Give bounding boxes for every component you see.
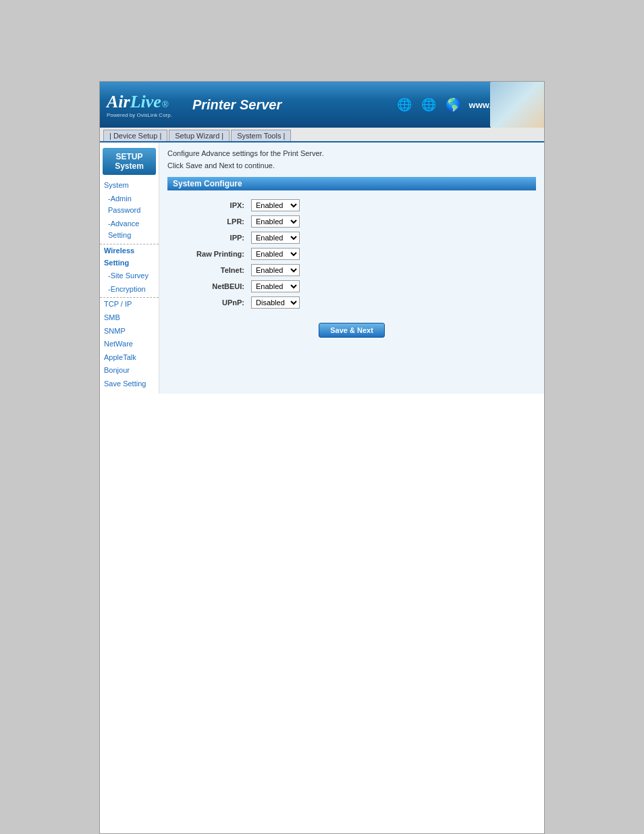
sidebar-item-netware[interactable]: NetWare <box>100 338 159 351</box>
sidebar-item-admin-password[interactable]: -Admin Password <box>100 192 159 217</box>
field-row-ipx: IPX: Enabled Disabled <box>167 197 536 213</box>
field-row-raw-printing: Raw Printing: Enabled Disabled <box>167 246 536 262</box>
page-wrapper: Air Live ® Powered by OvisLink Corp. Pri… <box>0 0 644 834</box>
value-upnp: Disabled Enabled <box>248 294 536 311</box>
sidebar-item-appletalk[interactable]: AppleTalk <box>100 351 159 365</box>
header: Air Live ® Powered by OvisLink Corp. Pri… <box>100 82 544 128</box>
header-logo: Air Live ® Powered by OvisLink Corp. <box>107 92 172 118</box>
label-netbeui: NetBEUI: <box>167 278 248 294</box>
sidebar-item-site-survey[interactable]: -Site Survey <box>100 269 159 283</box>
label-raw-printing: Raw Printing: <box>167 246 248 262</box>
logo-reg: ® <box>162 99 169 109</box>
select-ipx[interactable]: Enabled Disabled <box>251 199 300 211</box>
select-raw-printing[interactable]: Enabled Disabled <box>251 248 300 260</box>
value-ipp: Enabled Disabled <box>248 230 536 246</box>
select-telnet[interactable]: Enabled Disabled <box>251 264 300 276</box>
sidebar-item-wireless-setting[interactable]: Wireless Setting <box>100 244 159 269</box>
field-row-ipp: IPP: Enabled Disabled <box>167 230 536 246</box>
tab-setup-wizard[interactable]: Setup Wizard | <box>169 130 230 141</box>
logo-air: Air <box>107 92 130 112</box>
save-next-button[interactable]: Save & Next <box>319 323 385 338</box>
sidebar-item-bonjour[interactable]: Bonjour <box>100 364 159 377</box>
value-raw-printing: Enabled Disabled <box>248 246 536 262</box>
header-person-image <box>490 82 544 128</box>
sidebar-item-advance-setting[interactable]: -Advance Setting <box>100 217 159 244</box>
select-ipp[interactable]: Enabled Disabled <box>251 232 300 244</box>
sidebar-item-smb[interactable]: SMB <box>100 311 159 325</box>
form-table: IPX: Enabled Disabled LPR: <box>167 197 536 311</box>
value-ipx: Enabled Disabled <box>248 197 536 213</box>
field-row-upnp: UPnP: Disabled Enabled <box>167 294 536 311</box>
content-area: Configure Advance settings for the Print… <box>159 142 544 394</box>
sidebar-item-system[interactable]: System <box>100 179 159 192</box>
sidebar-item-encryption[interactable]: -Encryption <box>100 283 159 298</box>
button-row: Save & Next <box>167 316 536 338</box>
content-description: Configure Advance settings for the Print… <box>167 148 536 172</box>
nav-tabs: | Device Setup | Setup Wizard | System T… <box>100 128 544 142</box>
sidebar-item-save-setting[interactable]: Save Setting <box>100 377 159 391</box>
sidebar-item-snmp[interactable]: SNMP <box>100 325 159 338</box>
field-row-netbeui: NetBEUI: Enabled Disabled <box>167 278 536 294</box>
value-telnet: Enabled Disabled <box>248 262 536 278</box>
field-row-telnet: Telnet: Enabled Disabled <box>167 262 536 278</box>
main-layout: SETUP System System -Admin Password -Adv… <box>100 142 544 394</box>
value-netbeui: Enabled Disabled <box>248 278 536 294</box>
logo-live: Live <box>130 92 161 112</box>
field-row-lpr: LPR: Enabled Disabled <box>167 213 536 230</box>
label-upnp: UPnP: <box>167 294 248 311</box>
globe-icon-3[interactable]: 🌎 <box>444 95 462 114</box>
label-lpr: LPR: <box>167 213 248 230</box>
value-lpr: Enabled Disabled <box>248 213 536 230</box>
sidebar: SETUP System System -Admin Password -Adv… <box>100 142 159 394</box>
desc-line2: Click Save and Next to continue. <box>167 160 536 172</box>
logo-powered: Powered by OvisLink Corp. <box>107 112 172 118</box>
globe-icon-2[interactable]: 🌐 <box>419 95 438 114</box>
select-netbeui[interactable]: Enabled Disabled <box>251 280 300 292</box>
setup-sub-label: System <box>105 161 153 171</box>
tab-device-setup[interactable]: | Device Setup | <box>103 130 167 141</box>
sidebar-item-tcp-ip[interactable]: TCP / IP <box>100 298 159 311</box>
select-lpr[interactable]: Enabled Disabled <box>251 215 300 228</box>
label-ipx: IPX: <box>167 197 248 213</box>
desc-line1: Configure Advance settings for the Print… <box>167 148 536 160</box>
browser-frame: Air Live ® Powered by OvisLink Corp. Pri… <box>99 81 545 834</box>
globe-icon-1[interactable]: 🌐 <box>395 95 414 114</box>
header-icons: 🌐 🌐 🌎 <box>395 95 462 114</box>
setup-system-button[interactable]: SETUP System <box>103 148 156 175</box>
section-header: System Configure <box>167 177 536 190</box>
tab-system-tools[interactable]: System Tools | <box>231 130 291 141</box>
label-ipp: IPP: <box>167 230 248 246</box>
label-telnet: Telnet: <box>167 262 248 278</box>
select-upnp[interactable]: Disabled Enabled <box>251 296 300 309</box>
setup-label: SETUP <box>105 152 153 161</box>
header-title: Printer Server <box>192 97 281 113</box>
